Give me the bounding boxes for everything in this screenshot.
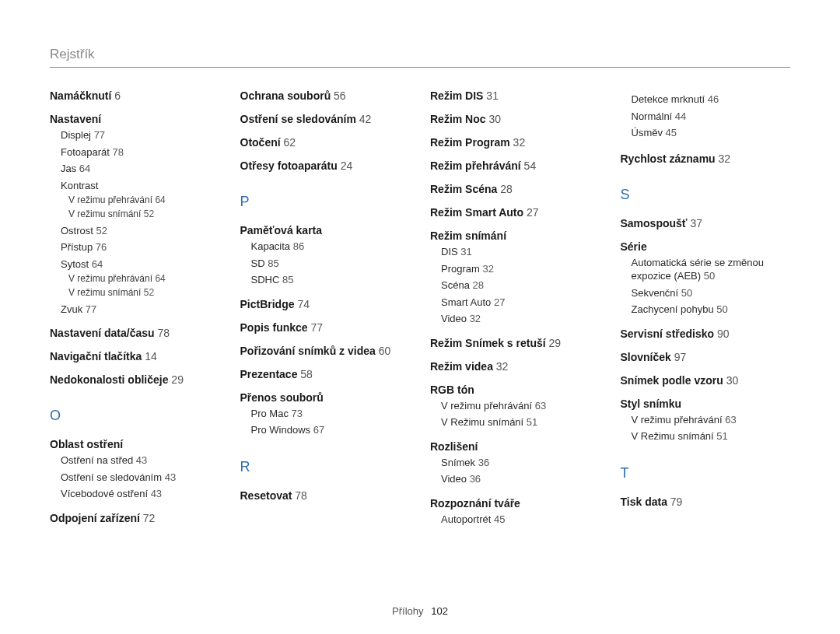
entry-page: 32 (510, 136, 525, 149)
entry-text: Pro Windows (251, 424, 311, 436)
index-entry: Série (621, 240, 791, 253)
index-entry: Režim Noc 30 (430, 113, 600, 125)
entry-text: Režim Program (430, 136, 510, 149)
index-subentry: Zvuk 77 (61, 303, 220, 317)
entry-page: 43 (148, 488, 162, 499)
index-subsubentry: V režimu snímání 52 (68, 286, 220, 299)
index-entry: Snímek podle vzoru 30 (621, 374, 791, 387)
index-subentry: Sekvenční 50 (632, 286, 791, 300)
index-entry: Styl snímku (621, 398, 791, 410)
entry-text: RGB tón (430, 384, 474, 396)
entry-page: 62 (281, 136, 296, 149)
entry-page: 74 (295, 298, 310, 310)
entry-text: Série (621, 240, 647, 253)
entry-text: Rychlost záznamu (621, 152, 716, 165)
entry-text: Styl snímku (621, 398, 682, 410)
index-subentry: Video 36 (441, 472, 600, 486)
entry-text: Zachycení pohybu (632, 303, 714, 315)
entry-page: 37 (688, 217, 702, 229)
entry-text: Paměťová karta (240, 224, 323, 236)
index-entry: Servisní středisko 90 (621, 328, 791, 340)
entry-page: 85 (265, 257, 279, 269)
index-section-letter: P (240, 194, 411, 210)
entry-text: Smart Auto (441, 296, 491, 308)
entry-text: V režimu přehrávání (632, 414, 723, 426)
entry-text: Scéna (441, 279, 470, 291)
index-entry: Rozlišení (430, 440, 600, 453)
index-entry: Přenos souborů (240, 391, 411, 404)
index-subentry: Displej 77 (61, 128, 220, 142)
index-entry: Režim Scéna 28 (430, 183, 600, 195)
entry-text: Nastavení data/času (50, 327, 155, 339)
index-entry: Prezentace 58 (240, 368, 411, 380)
entry-page: 32 (480, 263, 494, 275)
index-subentry: Video 32 (441, 312, 600, 326)
entry-page: 50 (678, 287, 692, 299)
index-subentry: Program 32 (441, 262, 600, 276)
index-subentry: Smart Auto 27 (441, 296, 600, 310)
entry-page: 43 (162, 471, 176, 483)
index-column-2: Ochrana souborů 56Ostření se sledováním … (240, 89, 411, 537)
index-subentry: Zachycení pohybu 50 (632, 303, 791, 317)
index-entry: Slovníček 97 (621, 351, 791, 363)
entry-page: 56 (331, 89, 345, 102)
index-entry: Nastavení (50, 113, 220, 125)
index-entry: Samospoušť 37 (621, 217, 791, 229)
entry-text: V Režimu snímání (632, 430, 714, 442)
entry-text: Snímek (441, 457, 475, 468)
index-subentry: Kontrast (61, 179, 220, 193)
entry-text: Prezentace (240, 368, 298, 380)
footer-page-number: 102 (431, 605, 448, 617)
entry-page: 78 (292, 489, 306, 502)
entry-page: 76 (93, 241, 107, 253)
index-entry: Oblast ostření (50, 438, 220, 450)
entry-page: 32 (493, 360, 508, 373)
entry-text: Odpojení zařízení (50, 512, 140, 524)
entry-text: Sytost (61, 258, 89, 270)
entry-text: Rozlišení (430, 440, 478, 453)
entry-page: 54 (521, 159, 536, 172)
entry-text: Nedokonalosti obličeje (50, 373, 168, 386)
entry-text: Režim Smart Auto (430, 206, 523, 219)
entry-text: V režimu snímání (68, 287, 141, 298)
entry-text: Video (441, 473, 467, 485)
index-section-letter: O (50, 408, 220, 424)
entry-page: 64 (152, 194, 166, 205)
entry-text: Otočení (240, 136, 281, 149)
index-subentry: Jas 64 (61, 162, 220, 176)
entry-text: Přístup (61, 241, 93, 253)
entry-text: Jas (61, 163, 76, 174)
entry-page: 46 (705, 93, 719, 105)
entry-page: 79 (667, 496, 682, 508)
entry-text: Navigační tlačítka (50, 350, 142, 363)
index-subentry: Ostření se sledováním 43 (61, 471, 220, 485)
entry-text: Ostření se sledováním (240, 113, 356, 125)
entry-page: 51 (714, 430, 728, 442)
entry-page: 24 (338, 159, 352, 172)
index-entry: Pořizování snímků z videa 60 (240, 345, 411, 357)
index-subentry: Normální 44 (632, 110, 791, 124)
index-entry: Navigační tlačítka 14 (50, 350, 220, 363)
entry-text: Režim Snímek s retuší (430, 337, 546, 349)
entry-page: 78 (155, 327, 170, 339)
entry-text: Režim DIS (430, 89, 483, 102)
entry-page: 45 (663, 127, 677, 138)
entry-page: 85 (279, 274, 293, 285)
index-entry: Režim DIS 31 (430, 89, 600, 102)
entry-text: Ostrost (61, 225, 93, 236)
index-entry: Režim přehrávání 54 (430, 159, 600, 172)
index-entry: Ostření se sledováním 42 (240, 113, 411, 125)
index-entry: Režim videa 32 (430, 360, 600, 373)
footer-label: Přílohy (392, 605, 423, 617)
index-entry: Popis funkce 77 (240, 321, 411, 334)
index-entry: Nedokonalosti obličeje 29 (50, 373, 220, 386)
entry-text: Přenos souborů (240, 391, 324, 404)
entry-text: Video (441, 313, 467, 324)
index-section-letter: T (621, 465, 791, 482)
entry-page: 67 (310, 424, 324, 436)
entry-text: Zvuk (61, 303, 82, 315)
entry-page: 90 (714, 328, 729, 340)
entry-page: 52 (141, 208, 154, 219)
index-subentry: SD 85 (251, 257, 411, 271)
entry-page: 58 (297, 368, 312, 380)
